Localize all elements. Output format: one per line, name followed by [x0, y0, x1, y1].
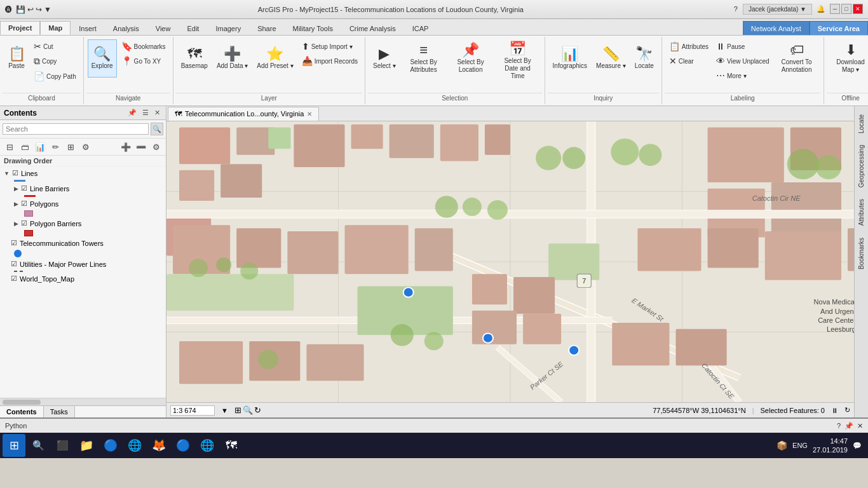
remove-layer-tool[interactable]: ➖ [134, 140, 148, 154]
geoprocessing-side-tab[interactable]: Geoprocessing [855, 139, 867, 193]
rotate-icon[interactable]: ↻ [254, 405, 261, 415]
dropbox-icon[interactable]: 📦 [776, 440, 787, 451]
tab-icap[interactable]: ICAP [404, 21, 437, 35]
setup-import-button[interactable]: ⬆ Setup Import ▾ [299, 39, 361, 53]
undo-icon[interactable]: ↩ [27, 5, 34, 14]
notification-taskbar-icon[interactable]: 💬 [853, 442, 862, 450]
ie-btn2[interactable]: 🔵 [172, 434, 194, 457]
checkbox-icon[interactable]: ☑ [21, 184, 27, 193]
customize-icon[interactable]: ▼ [44, 5, 51, 14]
map-view-tab[interactable]: 🗺 Telecommunication Lo...ounty, Virginia… [168, 107, 319, 121]
minimize-btn[interactable]: ─ [830, 4, 840, 14]
layer-item[interactable]: ▶ ☑ World_Topo_Map [0, 273, 166, 284]
contents-close-icon[interactable]: ✕ [153, 108, 162, 118]
maps-btn[interactable]: 🗺 [220, 434, 243, 457]
layer-item[interactable]: ▶ ☑ Line Barriers [10, 183, 166, 194]
scroll-bar[interactable] [0, 398, 166, 405]
help-icon[interactable]: ? [730, 4, 742, 15]
tab-view[interactable]: View [147, 21, 179, 35]
notification-icon[interactable]: 🔔 [813, 4, 829, 15]
layer-item[interactable]: ▶ ☑ Utilities - Major Power Lines [0, 259, 166, 269]
scale-dropdown-btn[interactable]: ▼ [221, 407, 228, 414]
edit-tool[interactable]: ✏ [48, 140, 62, 154]
file-explorer-btn[interactable]: 📁 [75, 434, 98, 457]
layer-item[interactable]: ▶ ☑ Polygon Barriers [10, 218, 166, 229]
task-view-btn[interactable]: ⬛ [51, 434, 74, 457]
tab-insert[interactable]: Insert [71, 21, 105, 35]
contents-tab[interactable]: Contents [0, 406, 44, 417]
locate-side-tab[interactable]: Locate [855, 109, 867, 139]
tab-project[interactable]: Project [0, 21, 40, 35]
checkbox-icon[interactable]: ☑ [21, 219, 27, 227]
close-tab-btn[interactable]: ✕ [307, 111, 312, 118]
measure-button[interactable]: 📏 Measure ▾ [592, 39, 630, 78]
attributes-button[interactable]: 📋 Attributes [666, 39, 712, 53]
chart-view-tool[interactable]: 📊 [33, 140, 47, 154]
checkbox-icon[interactable]: ☑ [11, 274, 17, 283]
tab-analysis[interactable]: Analysis [105, 21, 147, 35]
import-records-button[interactable]: 📥 Import Records [299, 54, 361, 68]
copy-button[interactable]: ⧉ Copy [31, 54, 79, 69]
goto-xy-button[interactable]: 📍 Go To XY [118, 54, 169, 68]
tab-imagery[interactable]: Imagery [207, 21, 249, 35]
explore-button[interactable]: 🔍 Explore [88, 39, 117, 78]
grid-icon[interactable]: ⊞ [234, 405, 241, 415]
table-view-tool[interactable]: 🗃 [18, 140, 32, 154]
layer-item[interactable]: ▼ ☑ Lines [0, 168, 166, 179]
tab-share[interactable]: Share [249, 21, 284, 35]
tab-edit[interactable]: Edit [179, 21, 207, 35]
python-pin-icon[interactable]: 📌 [844, 422, 853, 430]
infographics-button[interactable]: 📊 Infographics [549, 39, 591, 78]
edge-btn[interactable]: 🌐 [196, 434, 219, 457]
convert-annotation-button[interactable]: 🏷 Convert To Annotation [774, 39, 820, 78]
redo-icon[interactable]: ↪ [36, 5, 42, 14]
pause-button[interactable]: ⏸ Pause [713, 39, 773, 53]
chrome-btn[interactable]: 🌐 [123, 434, 146, 457]
paste-button[interactable]: 📋 Paste [4, 39, 29, 78]
contents-pin-icon[interactable]: 📌 [126, 108, 139, 118]
basemap-button[interactable]: 🗺 Basemap [177, 39, 212, 78]
tab-map[interactable]: Map [40, 21, 71, 35]
checkbox-icon[interactable]: ☑ [11, 260, 17, 268]
firefox-btn[interactable]: 🦊 [147, 434, 170, 457]
select-button[interactable]: ▶ Select ▾ [369, 39, 400, 78]
layer-settings-tool[interactable]: ⚙ [149, 140, 163, 154]
save-icon[interactable]: 💾 [16, 5, 25, 14]
checkbox-icon[interactable]: ☑ [21, 200, 27, 208]
more-button[interactable]: ⋯ More ▾ [713, 69, 773, 83]
close-btn[interactable]: ✕ [853, 4, 863, 14]
select-by-loc-button[interactable]: 📌 Select By Location [448, 39, 494, 78]
tasks-tab[interactable]: Tasks [44, 406, 75, 417]
checkbox-icon[interactable]: ☑ [12, 169, 18, 177]
refresh-btn[interactable]: ↻ [844, 406, 850, 414]
ie-btn[interactable]: 🔵 [99, 434, 122, 457]
search-button[interactable]: 🔍 [151, 123, 163, 135]
tab-military-tools[interactable]: Military Tools [285, 21, 341, 35]
attributes-side-tab[interactable]: Attributes [855, 193, 867, 231]
search-input[interactable] [3, 123, 149, 135]
maximize-btn[interactable]: □ [841, 4, 851, 14]
settings-tool[interactable]: ⚙ [79, 140, 93, 154]
add-data-button[interactable]: ➕ Add Data ▾ [213, 39, 252, 78]
python-close-icon[interactable]: ✕ [857, 422, 863, 430]
add-preset-button[interactable]: ⭐ Add Preset ▾ [253, 39, 297, 78]
tab-crime-analysis[interactable]: Crime Analysis [341, 21, 404, 35]
start-button[interactable]: ⊞ [3, 434, 25, 457]
grid-tool[interactable]: ⊞ [64, 140, 78, 154]
checkbox-icon[interactable]: ☑ [11, 239, 17, 247]
download-map-button[interactable]: ⬇ Download Map ▾ [828, 39, 868, 78]
contents-menu-icon[interactable]: ☰ [140, 108, 151, 118]
layer-item[interactable]: ▶ ☑ Telecommunication Towers [0, 238, 166, 248]
scale-input[interactable] [170, 405, 215, 416]
add-layer-tool[interactable]: ➕ [119, 140, 133, 154]
list-view-tool[interactable]: ⊟ [3, 140, 17, 154]
user-info[interactable]: Jacek (jacekdata) ▼ [743, 4, 812, 15]
pause-map-btn[interactable]: ⏸ [831, 407, 838, 414]
bookmarks-button[interactable]: 🔖 Bookmarks [118, 39, 169, 53]
layer-item[interactable]: ▶ ☑ Polygons [10, 198, 166, 209]
magnify-icon[interactable]: 🔍 [243, 405, 253, 415]
bookmarks-side-tab[interactable]: Bookmarks [855, 232, 867, 275]
search-taskbar-btn[interactable]: 🔍 [27, 434, 50, 457]
view-unplaced-button[interactable]: 👁 View Unplaced [713, 54, 773, 68]
map-container[interactable]: 7 [166, 121, 854, 402]
